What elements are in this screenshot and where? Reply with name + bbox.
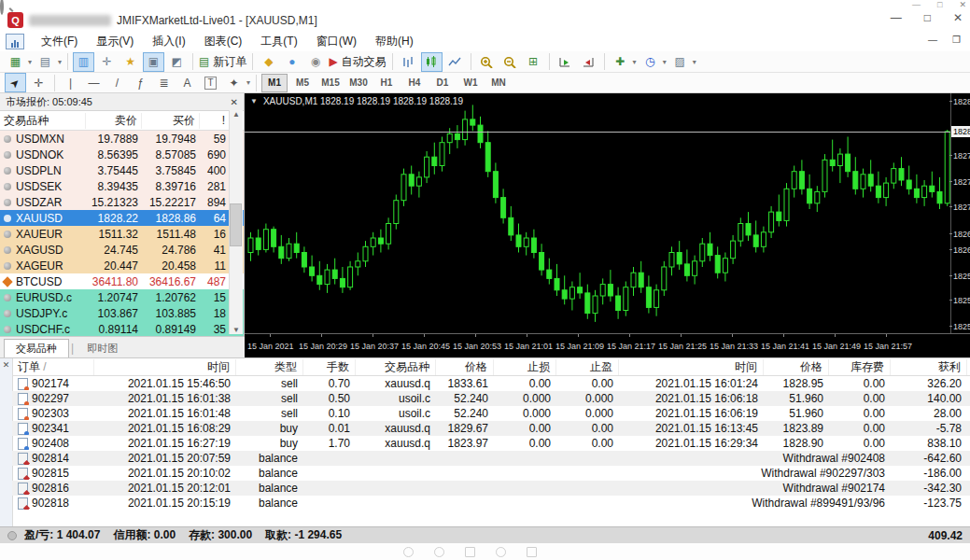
history-row-902408[interactable]: 9024082021.01.15 16:27:19buy1.70xauusd.q… — [12, 436, 970, 451]
line-chart-button[interactable] — [444, 52, 466, 72]
close-icon[interactable]: ✕ — [0, 360, 12, 370]
market-watch-row-xagusd[interactable]: XAGUSD24.74524.78641 — [0, 242, 244, 258]
bar-chart-button[interactable] — [398, 52, 419, 72]
market-watch-row-usdsek[interactable]: USDSEK8.394358.39716281 — [0, 178, 244, 194]
chart-system-menu-icon[interactable] — [6, 34, 24, 49]
market-watch-row-eurusd.c[interactable]: EURUSD.c1.207471.2076215 — [0, 289, 244, 305]
terminal-button[interactable]: ▣ — [143, 52, 164, 72]
market-watch-row-xaueur[interactable]: XAUEUR1511.321511.4816 — [0, 226, 244, 242]
trendline-button[interactable]: / — [106, 73, 128, 92]
channel-button[interactable]: ≣ — [153, 73, 175, 92]
history-row-902815[interactable]: 9028152021.01.15 20:10:02balanceWithdraw… — [12, 466, 970, 481]
market-watch-row-usdmxn[interactable]: USDMXN19.788919.794859 — [0, 131, 244, 147]
cursor-button[interactable]: ➤ — [5, 73, 26, 92]
taskbar-icon[interactable] — [403, 547, 414, 557]
market-watch-column-2[interactable]: 买价 — [142, 113, 200, 129]
chevron-down-icon[interactable]: ▼ — [250, 97, 258, 105]
market-watch-row-xauusd[interactable]: XAUUSD1828.221828.8664 — [0, 210, 244, 226]
indicators-dropdown[interactable]: ▾ — [633, 58, 637, 66]
scrollbar-thumb[interactable] — [230, 203, 242, 246]
app-window-control-2[interactable]: ✕ — [953, 11, 963, 24]
price-axis[interactable]: 1828 18281827182718271826182618251825182… — [951, 93, 970, 333]
arrows-button[interactable]: ✦ — [223, 73, 245, 92]
crosshair-button[interactable]: ✛ — [28, 73, 49, 92]
outer-window-control-0[interactable]: — — [912, 0, 921, 9]
menu-help[interactable]: 帮助(H) — [366, 32, 423, 51]
history-row-902174[interactable]: 9021742021.01.15 15:46:50sell0.70xauusd.… — [12, 376, 970, 391]
app-window-control-1[interactable]: □ — [924, 11, 931, 24]
timeframe-m15-button[interactable]: M15 — [317, 74, 344, 92]
text-label-button[interactable]: T — [200, 73, 221, 92]
new-chart-button[interactable]: ▦ — [5, 52, 26, 72]
data-window-button[interactable]: ✛ — [96, 52, 118, 72]
profiles-dropdown[interactable]: ▾ — [58, 58, 62, 66]
timeframe-m30-button[interactable]: M30 — [345, 74, 372, 92]
zoom-in-button[interactable] — [476, 52, 498, 72]
market-watch-tab-1[interactable]: 即时图 — [76, 340, 129, 357]
taskbar-icon[interactable] — [496, 547, 506, 557]
history-column-0[interactable]: 订单 / — [12, 359, 94, 375]
market-watch-column-1[interactable]: 卖价 — [86, 113, 142, 129]
chart-shift-button[interactable] — [578, 52, 599, 72]
text-button[interactable]: A — [176, 73, 198, 92]
new-chart-dropdown[interactable]: ▾ — [28, 58, 32, 66]
history-column-9[interactable]: 价格 — [764, 359, 829, 375]
history-column-11[interactable]: 获利 — [891, 359, 967, 375]
history-column-2[interactable]: 类型 — [236, 359, 303, 375]
market-watch-button[interactable]: ▥ — [73, 52, 94, 72]
news-button[interactable]: ◉ — [304, 52, 326, 72]
timeframe-mn-button[interactable]: MN — [485, 74, 512, 92]
history-column-3[interactable]: 手数 — [303, 359, 356, 375]
indicators-button[interactable]: ✚ — [610, 52, 631, 72]
taskbar-icon[interactable] — [465, 547, 475, 557]
scroll-down-icon[interactable]: ▼ — [232, 326, 240, 334]
history-row-902297[interactable]: 9022972021.01.15 16:01:38sell0.50usoil.c… — [12, 391, 970, 406]
timeframe-d1-button[interactable]: D1 — [429, 74, 456, 92]
chart-window-control-0[interactable]: — — [928, 35, 937, 45]
templates-dropdown[interactable]: ▾ — [693, 58, 696, 66]
history-row-902341[interactable]: 9023412021.01.15 16:08:29buy0.01xauusd.q… — [12, 421, 970, 436]
market-watch-row-btcusd[interactable]: BTCUSD36411.8036416.67487 — [0, 273, 244, 289]
timeframe-m5-button[interactable]: M5 — [289, 74, 316, 92]
new-order-button[interactable]: ▤新订单 — [198, 52, 247, 72]
market-watch-row-usdnok[interactable]: USDNOK8.563958.57085690 — [0, 147, 244, 162]
menu-tools[interactable]: 工具(T) — [251, 32, 306, 51]
candlestick-chart-button[interactable] — [421, 52, 443, 72]
market-watch-tab-0[interactable]: 交易品种 — [4, 339, 69, 357]
menu-window[interactable]: 窗口(W) — [307, 32, 366, 51]
search-icon[interactable] — [0, 0, 4, 15]
history-row-902816[interactable]: 9028162021.01.15 20:12:01balanceWithdraw… — [12, 481, 970, 496]
market-watch-row-usdzar[interactable]: USDZAR15.2132315.22217894 — [0, 194, 244, 210]
periods-button[interactable]: ◷ — [640, 52, 661, 72]
taskbar-icon[interactable] — [434, 547, 444, 557]
taskbar-icon[interactable] — [527, 547, 537, 557]
timeframe-m1-button[interactable]: M1 — [261, 74, 288, 92]
chart-window[interactable]: ▼ XAUUSD,M1 1828.19 1828.19 1828.19 1828… — [245, 93, 970, 357]
history-column-6[interactable]: 止损 — [494, 359, 556, 375]
zoom-out-button[interactable] — [499, 52, 521, 72]
timeframe-w1-button[interactable]: W1 — [457, 74, 484, 92]
templates-button[interactable]: ▨ — [669, 52, 691, 72]
close-icon[interactable]: ✕ — [231, 97, 238, 107]
history-row-902818[interactable]: 9028182021.01.15 20:15:19balanceWithdraw… — [12, 496, 970, 511]
profiles-button[interactable]: ▤ — [35, 52, 56, 72]
auto-scroll-button[interactable] — [555, 52, 576, 72]
market-watch-row-usdchf.c[interactable]: USDCHF.c0.891140.8914935 — [0, 321, 244, 337]
periods-dropdown[interactable]: ▾ — [663, 58, 667, 66]
navigator-button[interactable]: ★ — [119, 52, 141, 72]
market-watch-row-xageur[interactable]: XAGEUR20.44720.45811 — [0, 258, 244, 273]
chart-window-control-1[interactable]: ❐ — [952, 35, 961, 45]
history-column-7[interactable]: 止盈 — [556, 359, 619, 375]
autotrading-button[interactable]: ▶自动交易 — [328, 52, 387, 72]
outer-window-control-2[interactable]: ✕ — [959, 0, 966, 9]
timeframe-h1-button[interactable]: H1 — [373, 74, 400, 92]
market-watch-column-0[interactable]: 交易品种 — [0, 113, 86, 129]
community-button[interactable]: ● — [281, 52, 302, 72]
history-column-8[interactable]: 时间 — [619, 359, 764, 375]
history-column-5[interactable]: 价格 — [436, 359, 494, 375]
chart-plot-area[interactable]: ▼ XAUUSD,M1 1828.19 1828.19 1828.19 1828… — [245, 93, 951, 333]
menu-insert[interactable]: 插入(I) — [143, 32, 194, 51]
menu-file[interactable]: 文件(F) — [32, 32, 87, 51]
tile-windows-button[interactable]: ⊞ — [523, 52, 544, 72]
horizontal-line-button[interactable]: — — [83, 73, 105, 92]
